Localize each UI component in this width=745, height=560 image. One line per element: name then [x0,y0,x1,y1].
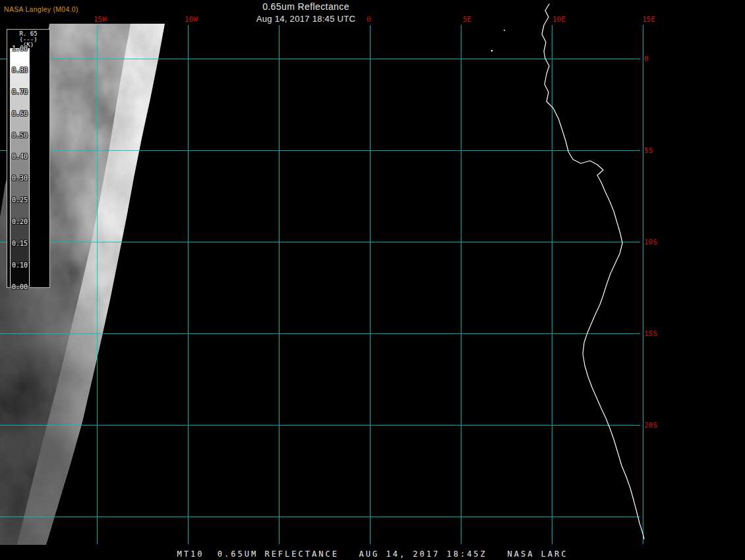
longitude-label-10e: 10E [552,15,566,24]
latitude-label-10s: 10S [644,238,657,246]
island [491,50,493,52]
footer-caption: MT10 0.65UM REFLECTANCE AUG 14, 2017 18:… [0,549,745,559]
longitude-label-5e: 5E [463,15,471,24]
colorbar-tick: 0.80 [12,67,28,74]
latitude-label-20s: 20S [644,421,657,430]
longitude-label-10w: 10W [185,15,198,24]
map-canvas [0,0,745,560]
colorbar-tick: 0.30 [12,175,28,182]
latitude-label-5s: 5S [644,146,653,155]
coastline [542,4,644,539]
colorbar-tick: 0.15 [12,240,28,247]
island [504,30,505,31]
colorbar-gradient-strip [10,48,30,287]
colorbar-tick: 0.50 [12,132,28,139]
latitude-label-15s: 15S [644,329,657,338]
agency-label: NASA Langley (M04.0) [4,5,78,13]
footer-band: MT10 0.65UM REFLECTANCE AUG 14, 2017 18:… [0,545,745,560]
page-title: 0.65um Reflectance [218,1,394,12]
colorbar-tick: 0.00 [12,283,28,291]
latitude-label-0: 0 [644,55,649,63]
colorbar-tick: 0.70 [12,88,28,96]
longitude-label-0: 0 [367,15,371,24]
colorbar-panel: R. 65 (---) (K) 1.00 0.80 0.70 0.60 0.50… [7,29,50,288]
colorbar-tick: 0.60 [12,110,28,117]
longitude-label-15e: 15E [642,15,655,24]
colorbar-tick: 0.10 [12,262,28,269]
satellite-quicklook: NASA Langley (M04.0) 0.65um Reflectance … [0,0,745,560]
colorbar-tick: 0.40 [12,153,28,160]
colorbar-tick: 0.25 [12,196,28,204]
longitude-label-15w: 15W [94,15,107,24]
colorbar-tick: 0.20 [12,218,28,225]
colorbar-tick: 1.00 [12,45,28,52]
